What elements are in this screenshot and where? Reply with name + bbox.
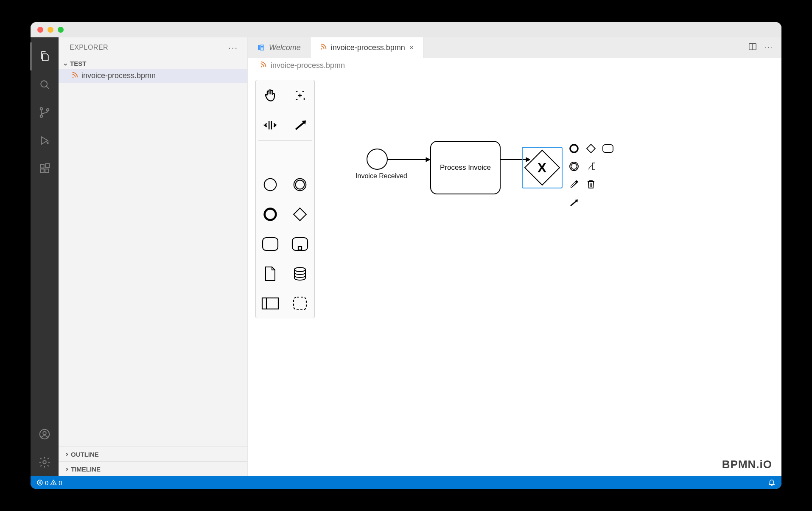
chevron-right-icon: ⌄ [62,466,70,472]
window-controls [37,27,64,33]
svg-rect-35 [262,298,278,309]
search-view-button[interactable] [31,70,59,98]
split-editor-button[interactable] [748,42,757,53]
svg-point-4 [47,109,49,111]
close-window-button[interactable] [37,27,43,33]
chevron-right-icon: ⌄ [62,452,70,457]
create-task-button[interactable] [258,232,282,256]
file-type-icon [71,72,78,80]
bpmn-start-event[interactable] [367,149,388,170]
svg-rect-44 [603,145,613,152]
minimize-window-button[interactable] [48,27,53,33]
notifications-button[interactable] [768,478,776,487]
more-actions-button[interactable]: ··· [765,44,773,51]
create-intermediate-event-button[interactable] [288,173,312,197]
source-control-view-button[interactable] [31,98,59,126]
error-icon [36,479,43,486]
explorer-view-button[interactable] [31,42,59,70]
bpmn-task-label: Process Invoice [440,163,491,172]
svg-point-26 [264,179,277,191]
delete-element-button[interactable] [584,177,598,192]
create-data-store-button[interactable] [288,262,312,286]
activity-bar [31,37,59,476]
append-task-button[interactable] [601,141,615,156]
svg-rect-30 [294,208,306,221]
outline-label: OUTLINE [71,451,99,458]
play-bug-icon [38,134,51,147]
warning-count: 0 [59,479,62,486]
create-start-event-button[interactable] [258,173,282,197]
context-pad [567,141,615,210]
create-subprocess-button[interactable] [288,232,312,256]
maximize-window-button[interactable] [58,27,64,33]
svg-point-28 [296,180,305,189]
bpmn-canvas[interactable]: Invoice Received Process Invoice X [248,73,781,476]
bpmn-task[interactable]: Process Invoice [430,141,501,194]
create-group-button[interactable] [288,292,312,315]
svg-rect-37 [294,297,306,310]
split-icon [748,42,757,51]
svg-point-3 [40,115,43,118]
create-gateway-button[interactable] [288,202,312,226]
svg-line-7 [46,142,47,142]
outline-section[interactable]: ⌄ OUTLINE [59,446,247,461]
svg-rect-31 [263,238,278,250]
sidebar-title: EXPLORER [70,44,108,51]
hand-tool-button[interactable] [258,84,282,107]
sidebar-header: EXPLORER ··· [59,37,247,58]
problems-button[interactable]: 0 0 [36,479,62,486]
create-end-event-button[interactable] [258,202,282,226]
append-end-event-button[interactable] [567,141,581,156]
bell-icon [768,478,776,486]
breadcrumb[interactable]: invoice-process.bpmn [248,58,781,73]
sequence-flow-1[interactable] [388,156,430,165]
tab-welcome[interactable]: Welcome [248,37,311,58]
svg-point-52 [53,484,54,484]
append-gateway-button[interactable] [584,141,598,156]
bpmn-gateway-selected[interactable]: X [522,147,563,188]
file-tree-item[interactable]: invoice-process.bpmn [59,69,247,83]
file-type-icon [320,43,327,52]
git-branch-icon [38,106,51,119]
tab-welcome-label: Welcome [269,43,301,52]
breadcrumb-label: invoice-process.bpmn [271,61,345,70]
svg-marker-5 [42,137,48,144]
file-name: invoice-process.bpmn [81,71,156,80]
create-participant-button[interactable] [258,292,282,315]
space-tool-button[interactable] [258,113,282,137]
run-debug-view-button[interactable] [31,126,59,154]
svg-point-14 [43,432,46,435]
tab-file-label: invoice-process.bpmn [331,43,405,52]
close-tab-button[interactable]: × [409,43,414,52]
timeline-section[interactable]: ⌄ TIMELINE [59,461,247,476]
folder-header[interactable]: ⌄ TEST [59,58,247,69]
bpmn-start-event-label[interactable]: Invoice Received [350,172,413,180]
folder-name: TEST [70,60,86,67]
settings-button[interactable] [31,448,59,476]
timeline-label: TIMELINE [71,466,101,473]
change-type-button[interactable] [567,177,581,192]
extensions-view-button[interactable] [31,154,59,182]
append-text-annotation-button[interactable] [584,159,598,174]
append-intermediate-event-button[interactable] [567,159,581,174]
titlebar [31,22,781,37]
create-data-object-button[interactable] [258,262,282,286]
app-window: EXPLORER ··· ⌄ TEST invoice-process.bpmn… [31,22,781,489]
warning-icon [50,479,57,486]
lasso-tool-button[interactable] [288,84,312,107]
sidebar-more-button[interactable]: ··· [228,43,238,53]
global-connect-tool-button[interactable] [288,113,312,137]
svg-point-34 [294,267,305,272]
editor-area: Welcome invoice-process.bpmn × ··· [248,37,781,476]
tab-file[interactable]: invoice-process.bpmn × [311,37,424,58]
bpmn-exclusive-gateway: X [524,150,560,186]
svg-rect-9 [40,164,44,168]
status-bar: 0 0 [31,476,781,489]
svg-line-1 [46,86,49,89]
svg-line-8 [49,142,49,142]
connect-tool-button[interactable] [567,194,581,210]
files-icon [38,50,51,63]
accounts-button[interactable] [31,420,59,448]
bpmn-io-watermark[interactable]: BPMN.iO [722,458,772,471]
svg-rect-16 [258,45,260,50]
